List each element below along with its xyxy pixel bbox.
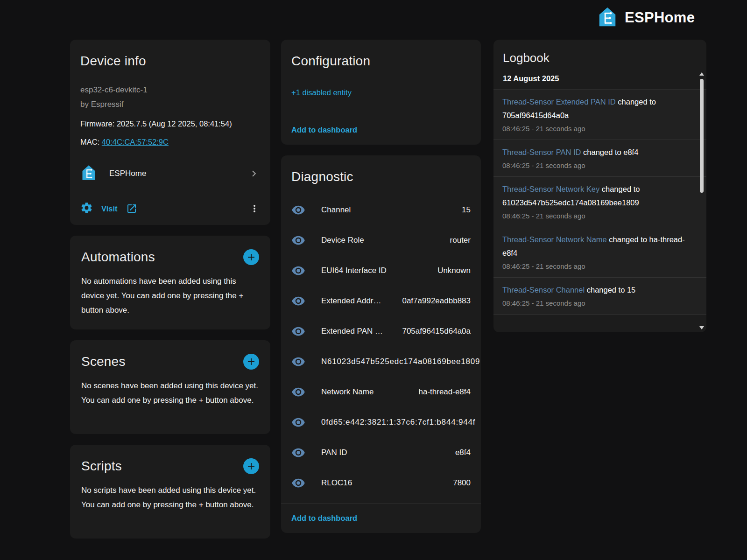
brand-title: ESPHome <box>625 9 695 26</box>
device-info-card: Device info esp32-c6-devkitc-1 by Espres… <box>70 40 270 225</box>
logbook-entry-timestamp: 08:46:25 - 21 seconds ago <box>502 261 691 272</box>
diagnostic-row[interactable]: Channel 15 <box>281 195 481 225</box>
logbook-scrollbar[interactable] <box>699 72 705 329</box>
diagnostic-row[interactable]: N61023d547b525edc174a08169bee1809 <box>281 346 481 377</box>
configuration-card: Configuration +1 disabled entity Add to … <box>281 40 481 145</box>
scenes-empty-text: No scenes have been added using this dev… <box>81 378 259 407</box>
app-brand: ESPHome <box>597 6 695 29</box>
integration-row-esphome[interactable]: ESPHome <box>80 159 260 188</box>
visit-button[interactable]: Visit <box>101 204 118 213</box>
logbook-entity-link[interactable]: Thread-Sensor Channel <box>502 286 585 294</box>
logbook-entity-link[interactable]: Thread-Sensor Network Key <box>502 185 599 193</box>
eye-icon <box>291 415 305 429</box>
open-in-new-icon[interactable] <box>126 203 137 214</box>
logbook-entity-link[interactable]: Thread-Sensor PAN ID <box>502 148 581 156</box>
diagnostic-row[interactable]: 0fd65:e442:3821:1:37c6:7cf1:b844:944f <box>281 407 481 437</box>
esphome-logo-icon <box>597 6 618 29</box>
diagnostic-card: Diagnostic Channel 15 Device Role router… <box>281 155 481 533</box>
scrollbar-thumb[interactable] <box>700 79 704 193</box>
diagnostic-row-label: N61023d547b525edc174a08169bee1809 <box>321 357 480 366</box>
dots-vertical-menu-button[interactable] <box>249 203 260 214</box>
logbook-entry: Thread-Sensor Network Name changed to ha… <box>493 227 706 278</box>
diagnostic-row-value: 15 <box>462 205 471 215</box>
logbook-title: Logbook <box>493 40 706 66</box>
device-name: esp32-c6-devkitc-1 <box>80 83 260 97</box>
triangle-down-icon[interactable] <box>699 326 704 329</box>
diagnostic-row-value: 0af7a992eadbb883 <box>402 296 471 306</box>
logbook-card: Logbook 12 August 2025 Thread-Sensor Ext… <box>493 40 706 332</box>
add-to-dashboard-link[interactable]: Add to dashboard <box>291 126 357 134</box>
diagnostic-row[interactable]: Network Name ha-thread-e8f4 <box>281 377 481 407</box>
eye-icon <box>291 355 305 369</box>
logbook-entry-timestamp: 08:46:25 - 21 seconds ago <box>502 298 691 308</box>
diagnostic-row[interactable]: Device Role router <box>281 225 481 255</box>
diagnostic-row-value: Unknown <box>437 266 471 275</box>
gear-icon[interactable] <box>80 202 93 216</box>
diagnostic-row-label: 0fd65:e442:3821:1:37c6:7cf1:b844:944f <box>321 418 475 427</box>
logbook-entity-link[interactable]: Thread-Sensor Extended PAN ID <box>502 98 616 106</box>
diagnostic-row-value: router <box>450 236 471 245</box>
eye-icon <box>291 294 305 308</box>
diagnostic-title: Diagnostic <box>281 168 481 186</box>
logbook-entry-message: changed to 15 <box>587 286 636 294</box>
scenes-card: Scenes No scenes have been added using t… <box>70 340 270 434</box>
logbook-date-header: 12 August 2025 <box>503 74 697 83</box>
logbook-entry-timestamp: 08:46:25 - 21 seconds ago <box>502 160 691 171</box>
logbook-entry-timestamp: 08:46:25 - 21 seconds ago <box>502 123 691 134</box>
scenes-title: Scenes <box>81 352 126 371</box>
diagnostic-row[interactable]: Extended Addr… 0af7a992eadbb883 <box>281 286 481 316</box>
diagnostic-row-label: Channel <box>321 205 351 215</box>
diagnostic-row[interactable]: EUI64 Interface ID Unknown <box>281 255 481 286</box>
diagnostic-row-label: Network Name <box>321 387 374 397</box>
eye-icon <box>291 264 305 278</box>
diagnostic-row-label: Device Role <box>321 236 364 245</box>
diagnostic-row[interactable]: Extended PAN … 705af96415d64a0a <box>281 316 481 346</box>
diagnostic-row[interactable]: RLOC16 7800 <box>281 468 481 498</box>
add-to-dashboard-link[interactable]: Add to dashboard <box>291 514 357 523</box>
logbook-entry: Thread-Sensor PAN ID changed to e8f4 08:… <box>493 140 706 177</box>
mac-address-link[interactable]: 40:4C:CA:57:52:9C <box>102 138 169 146</box>
diagnostic-row[interactable]: PAN ID e8f4 <box>281 437 481 468</box>
logbook-entry: Thread-Sensor Channel changed to 15 08:4… <box>493 278 706 315</box>
automations-card: Automations No automations have been add… <box>70 236 270 329</box>
diagnostic-row-label: EUI64 Interface ID <box>321 266 387 275</box>
scripts-card: Scripts No scripts have been added using… <box>70 445 270 539</box>
diagnostic-row-value: 705af96415d64a0a <box>402 327 471 336</box>
diagnostic-row-value: 7800 <box>453 478 471 488</box>
add-automation-button[interactable] <box>243 249 259 265</box>
device-firmware: Firmware: 2025.7.5 (Aug 12 2025, 08:41:5… <box>80 117 260 131</box>
add-script-button[interactable] <box>243 458 259 474</box>
logbook-entry: Thread-Sensor Extended PAN ID changed to… <box>493 90 706 140</box>
logbook-entity-link[interactable]: Thread-Sensor Network Name <box>502 235 607 244</box>
device-manufacturer: by Espressif <box>80 97 260 112</box>
logbook-entry: Thread-Sensor Network Key changed to 610… <box>493 177 706 227</box>
eye-icon <box>291 203 305 217</box>
diagnostic-row-label: RLOC16 <box>321 478 352 488</box>
logbook-entry-list: Thread-Sensor Extended PAN ID changed to… <box>493 89 706 315</box>
scripts-empty-text: No scripts have been added using this de… <box>81 483 259 512</box>
eye-icon <box>291 446 305 460</box>
triangle-up-icon[interactable] <box>699 72 704 76</box>
plus-icon <box>246 461 257 472</box>
configuration-title: Configuration <box>291 52 471 70</box>
eye-icon <box>291 385 305 399</box>
integration-name: ESPHome <box>109 169 146 178</box>
logbook-entry-timestamp: 08:46:25 - 21 seconds ago <box>502 210 691 221</box>
diagnostic-row-value: ha-thread-e8f4 <box>418 387 471 397</box>
eye-icon <box>291 324 305 338</box>
chevron-right-icon <box>248 168 260 180</box>
eye-icon <box>291 233 305 247</box>
diagnostic-row-label: Extended Addr… <box>321 296 381 306</box>
device-mac: MAC: 40:4C:CA:57:52:9C <box>80 135 260 149</box>
diagnostic-row-label: Extended PAN … <box>321 327 383 336</box>
disabled-entities-link[interactable]: +1 disabled entity <box>291 88 352 97</box>
diagnostic-row-list: Channel 15 Device Role router EUI64 Inte… <box>281 195 481 498</box>
scripts-title: Scripts <box>81 457 122 476</box>
logbook-entry-message: changed to e8f4 <box>583 148 638 156</box>
automations-empty-text: No automations have been added using thi… <box>81 274 259 317</box>
add-scene-button[interactable] <box>243 354 259 370</box>
diagnostic-row-label: PAN ID <box>321 448 347 457</box>
plus-icon <box>246 356 257 367</box>
automations-title: Automations <box>81 248 155 266</box>
eye-icon <box>291 476 305 490</box>
